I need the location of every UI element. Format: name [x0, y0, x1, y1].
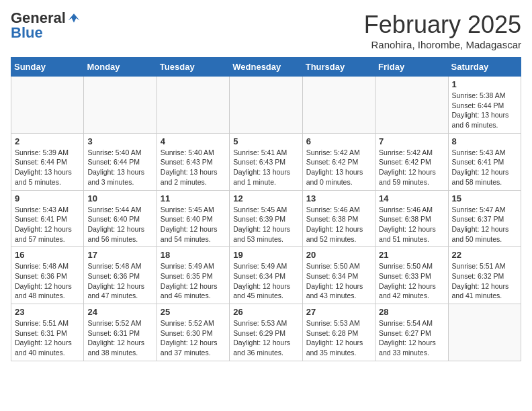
weekday-header-row: SundayMondayTuesdayWednesdayThursdayFrid… — [11, 58, 521, 77]
day-info: Sunrise: 5:52 AM Sunset: 6:30 PM Dayligh… — [161, 318, 226, 358]
calendar-cell: 2Sunrise: 5:39 AM Sunset: 6:44 PM Daylig… — [11, 133, 84, 190]
calendar-week-5: 23Sunrise: 5:51 AM Sunset: 6:31 PM Dayli… — [11, 304, 521, 361]
month-title: February 2025 — [364, 11, 521, 39]
calendar-cell: 5Sunrise: 5:41 AM Sunset: 6:43 PM Daylig… — [230, 133, 302, 190]
day-number: 6 — [306, 136, 371, 146]
calendar-cell: 28Sunrise: 5:54 AM Sunset: 6:27 PM Dayli… — [375, 304, 448, 361]
calendar-cell: 13Sunrise: 5:46 AM Sunset: 6:38 PM Dayli… — [302, 190, 375, 247]
day-info: Sunrise: 5:46 AM Sunset: 6:38 PM Dayligh… — [306, 205, 371, 244]
calendar-cell: 6Sunrise: 5:42 AM Sunset: 6:42 PM Daylig… — [302, 133, 375, 190]
location-subtitle: Ranohira, Ihorombe, Madagascar — [364, 39, 521, 50]
day-number: 17 — [87, 250, 152, 260]
day-number: 26 — [233, 307, 298, 317]
weekday-header-wednesday: Wednesday — [230, 58, 302, 77]
day-info: Sunrise: 5:42 AM Sunset: 6:42 PM Dayligh… — [379, 148, 444, 187]
day-number: 14 — [379, 193, 444, 203]
calendar-cell — [157, 77, 229, 134]
day-info: Sunrise: 5:54 AM Sunset: 6:27 PM Dayligh… — [379, 318, 444, 358]
calendar-cell: 18Sunrise: 5:49 AM Sunset: 6:35 PM Dayli… — [157, 247, 229, 304]
day-number: 1 — [452, 79, 517, 89]
svg-marker-0 — [69, 13, 80, 22]
day-info: Sunrise: 5:45 AM Sunset: 6:40 PM Dayligh… — [161, 205, 226, 244]
day-info: Sunrise: 5:38 AM Sunset: 6:44 PM Dayligh… — [452, 91, 517, 130]
calendar-cell: 23Sunrise: 5:51 AM Sunset: 6:31 PM Dayli… — [11, 304, 84, 361]
calendar-cell: 11Sunrise: 5:45 AM Sunset: 6:40 PM Dayli… — [157, 190, 229, 247]
calendar-cell: 7Sunrise: 5:42 AM Sunset: 6:42 PM Daylig… — [375, 133, 448, 190]
calendar-cell: 15Sunrise: 5:47 AM Sunset: 6:37 PM Dayli… — [448, 190, 521, 247]
calendar-week-4: 16Sunrise: 5:48 AM Sunset: 6:36 PM Dayli… — [11, 247, 521, 304]
day-number: 15 — [452, 193, 517, 203]
calendar-cell — [84, 77, 157, 134]
calendar-cell — [448, 304, 521, 361]
calendar-cell — [11, 77, 84, 134]
day-info: Sunrise: 5:51 AM Sunset: 6:31 PM Dayligh… — [15, 318, 80, 358]
day-number: 21 — [379, 250, 444, 260]
calendar-cell — [230, 77, 302, 134]
day-info: Sunrise: 5:48 AM Sunset: 6:36 PM Dayligh… — [15, 261, 80, 301]
title-block: February 2025 Ranohira, Ihorombe, Madaga… — [364, 11, 521, 50]
day-info: Sunrise: 5:51 AM Sunset: 6:32 PM Dayligh… — [452, 261, 517, 301]
calendar-cell: 22Sunrise: 5:51 AM Sunset: 6:32 PM Dayli… — [448, 247, 521, 304]
calendar-cell: 10Sunrise: 5:44 AM Sunset: 6:40 PM Dayli… — [84, 190, 157, 247]
day-info: Sunrise: 5:48 AM Sunset: 6:36 PM Dayligh… — [87, 261, 152, 301]
day-info: Sunrise: 5:47 AM Sunset: 6:37 PM Dayligh… — [452, 205, 517, 244]
weekday-header-thursday: Thursday — [302, 58, 375, 77]
day-info: Sunrise: 5:40 AM Sunset: 6:43 PM Dayligh… — [161, 148, 226, 187]
day-info: Sunrise: 5:50 AM Sunset: 6:33 PM Dayligh… — [379, 261, 444, 301]
day-number: 19 — [233, 250, 298, 260]
calendar-week-3: 9Sunrise: 5:43 AM Sunset: 6:41 PM Daylig… — [11, 190, 521, 247]
day-info: Sunrise: 5:49 AM Sunset: 6:34 PM Dayligh… — [233, 261, 298, 301]
day-number: 23 — [15, 307, 80, 317]
calendar-cell: 20Sunrise: 5:50 AM Sunset: 6:34 PM Dayli… — [302, 247, 375, 304]
day-number: 28 — [379, 307, 444, 317]
day-number: 27 — [306, 307, 371, 317]
logo-general-text: General — [11, 11, 66, 26]
day-number: 20 — [306, 250, 371, 260]
calendar-cell: 3Sunrise: 5:40 AM Sunset: 6:44 PM Daylig… — [84, 133, 157, 190]
calendar-cell: 12Sunrise: 5:45 AM Sunset: 6:39 PM Dayli… — [230, 190, 302, 247]
day-info: Sunrise: 5:40 AM Sunset: 6:44 PM Dayligh… — [87, 148, 152, 187]
day-info: Sunrise: 5:49 AM Sunset: 6:35 PM Dayligh… — [161, 261, 226, 301]
day-info: Sunrise: 5:42 AM Sunset: 6:42 PM Dayligh… — [306, 148, 371, 187]
day-number: 2 — [15, 136, 80, 146]
calendar-cell: 16Sunrise: 5:48 AM Sunset: 6:36 PM Dayli… — [11, 247, 84, 304]
day-info: Sunrise: 5:39 AM Sunset: 6:44 PM Dayligh… — [15, 148, 80, 187]
day-info: Sunrise: 5:53 AM Sunset: 6:29 PM Dayligh… — [233, 318, 298, 358]
logo-blue-text: Blue — [11, 26, 81, 40]
calendar-cell: 4Sunrise: 5:40 AM Sunset: 6:43 PM Daylig… — [157, 133, 229, 190]
calendar-cell: 26Sunrise: 5:53 AM Sunset: 6:29 PM Dayli… — [230, 304, 302, 361]
calendar-cell: 25Sunrise: 5:52 AM Sunset: 6:30 PM Dayli… — [157, 304, 229, 361]
weekday-header-sunday: Sunday — [11, 58, 84, 77]
calendar-cell — [302, 77, 375, 134]
day-info: Sunrise: 5:43 AM Sunset: 6:41 PM Dayligh… — [452, 148, 517, 187]
day-number: 7 — [379, 136, 444, 146]
day-number: 25 — [161, 307, 226, 317]
calendar-cell: 19Sunrise: 5:49 AM Sunset: 6:34 PM Dayli… — [230, 247, 302, 304]
calendar-cell: 1Sunrise: 5:38 AM Sunset: 6:44 PM Daylig… — [448, 77, 521, 134]
calendar-cell: 17Sunrise: 5:48 AM Sunset: 6:36 PM Dayli… — [84, 247, 157, 304]
day-number: 12 — [233, 193, 298, 203]
day-info: Sunrise: 5:50 AM Sunset: 6:34 PM Dayligh… — [306, 261, 371, 301]
day-info: Sunrise: 5:43 AM Sunset: 6:41 PM Dayligh… — [15, 205, 80, 244]
logo: General Blue — [11, 11, 81, 40]
calendar-cell: 14Sunrise: 5:46 AM Sunset: 6:38 PM Dayli… — [375, 190, 448, 247]
day-number: 4 — [161, 136, 226, 146]
calendar-cell: 9Sunrise: 5:43 AM Sunset: 6:41 PM Daylig… — [11, 190, 84, 247]
day-info: Sunrise: 5:45 AM Sunset: 6:39 PM Dayligh… — [233, 205, 298, 244]
calendar-cell: 21Sunrise: 5:50 AM Sunset: 6:33 PM Dayli… — [375, 247, 448, 304]
weekday-header-tuesday: Tuesday — [157, 58, 229, 77]
day-number: 10 — [87, 193, 152, 203]
calendar-cell: 27Sunrise: 5:53 AM Sunset: 6:28 PM Dayli… — [302, 304, 375, 361]
day-info: Sunrise: 5:41 AM Sunset: 6:43 PM Dayligh… — [233, 148, 298, 187]
day-number: 18 — [161, 250, 226, 260]
calendar-cell: 8Sunrise: 5:43 AM Sunset: 6:41 PM Daylig… — [448, 133, 521, 190]
day-number: 22 — [452, 250, 517, 260]
day-number: 24 — [87, 307, 152, 317]
calendar-week-1: 1Sunrise: 5:38 AM Sunset: 6:44 PM Daylig… — [11, 77, 521, 134]
day-info: Sunrise: 5:52 AM Sunset: 6:31 PM Dayligh… — [87, 318, 152, 358]
weekday-header-friday: Friday — [375, 58, 448, 77]
logo-bird-icon — [67, 11, 81, 25]
day-info: Sunrise: 5:46 AM Sunset: 6:38 PM Dayligh… — [379, 205, 444, 244]
calendar-week-2: 2Sunrise: 5:39 AM Sunset: 6:44 PM Daylig… — [11, 133, 521, 190]
day-info: Sunrise: 5:44 AM Sunset: 6:40 PM Dayligh… — [87, 205, 152, 244]
